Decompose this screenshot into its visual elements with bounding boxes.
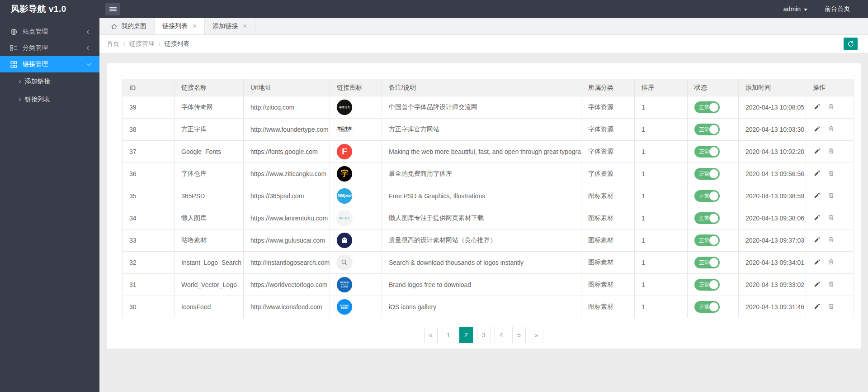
cell-url: https://www.lanrentuku.com [244, 207, 330, 229]
toggle-knob [709, 191, 718, 201]
next-page-button[interactable]: » [530, 327, 543, 343]
cell-actions [806, 163, 854, 185]
edit-button[interactable] [813, 147, 821, 157]
status-toggle[interactable]: 正常 [694, 234, 720, 246]
edit-button[interactable] [813, 235, 821, 245]
cell-url: http://ziticq.com [244, 96, 330, 119]
delete-button[interactable] [827, 102, 835, 112]
cell-category: 字体资源 [581, 96, 635, 119]
trash-icon [828, 103, 835, 110]
cell-actions [806, 229, 854, 252]
column-header: ID [123, 79, 175, 96]
cell-added-time: 2020-04-13 09:37:03 [739, 229, 806, 252]
toggle-knob [709, 280, 718, 289]
user-menu[interactable]: admin [783, 5, 807, 13]
tab-my-desktop[interactable]: 我的桌面 [103, 18, 155, 34]
sidebar-subitem-add-link[interactable]: 添加链接 [0, 72, 99, 91]
cell-id: 37 [123, 141, 175, 163]
cell-url: http://www.foundertype.com [244, 119, 330, 141]
topbar: 风影导航 v1.0 admin 前台首页 [0, 0, 868, 18]
favicon-text: 懒人图库 [339, 217, 350, 220]
status-toggle[interactable]: 正常 [694, 190, 720, 202]
edit-button[interactable] [813, 280, 821, 290]
delete-button[interactable] [827, 124, 835, 134]
cell-sort: 1 [635, 229, 688, 252]
delete-button[interactable] [827, 147, 835, 157]
page-button-3[interactable]: 3 [477, 327, 491, 343]
menu-toggle-button[interactable] [105, 3, 120, 15]
prev-page-button[interactable]: « [424, 327, 438, 343]
delete-button[interactable] [827, 302, 835, 312]
breadcrumb-separator: / [123, 41, 125, 48]
cell-status: 正常 [688, 163, 739, 185]
delete-button[interactable] [827, 213, 835, 223]
toggle-knob [709, 214, 718, 223]
cell-sort: 1 [635, 185, 688, 207]
status-label: 正常 [699, 192, 710, 200]
delete-button[interactable] [827, 191, 835, 201]
delete-button[interactable] [827, 280, 835, 290]
sidebar-item-label: 分类管理 [23, 44, 48, 52]
edit-icon [814, 281, 821, 287]
edit-button[interactable] [813, 169, 821, 179]
close-icon[interactable]: × [193, 23, 197, 30]
page-button-2[interactable]: 2 [459, 327, 473, 343]
edit-button[interactable] [813, 213, 821, 223]
sidebar-subitem-link-list[interactable]: 链接列表 [0, 91, 99, 109]
status-toggle[interactable]: 正常 [694, 301, 720, 313]
edit-button[interactable] [813, 191, 821, 201]
status-toggle[interactable]: 正常 [694, 212, 720, 224]
cell-id: 35 [123, 185, 175, 207]
page-button-1[interactable]: 1 [442, 327, 455, 343]
close-icon[interactable]: × [243, 23, 247, 30]
status-toggle[interactable]: 正常 [694, 257, 720, 268]
edit-button[interactable] [813, 124, 821, 134]
breadcrumb-home[interactable]: 首页 [107, 40, 119, 48]
status-toggle[interactable]: 正常 [694, 146, 720, 158]
favicon-text: FOUNDERTYPE [340, 131, 350, 132]
breadcrumb-link-management[interactable]: 链接管理 [129, 40, 155, 48]
column-header: 所属分类 [581, 79, 635, 96]
breadcrumb-separator: / [159, 41, 160, 48]
cell-added-time: 2020-04-13 09:56:56 [739, 163, 806, 185]
column-header: 排序 [635, 79, 688, 96]
home-icon [111, 23, 118, 30]
tab-link-list[interactable]: 链接列表 × [155, 18, 205, 34]
tab-add-link[interactable]: 添加链接 × [205, 18, 255, 34]
cell-actions [806, 274, 854, 296]
toggle-knob [709, 147, 718, 156]
status-toggle[interactable]: 正常 [694, 279, 720, 291]
refresh-button[interactable] [844, 38, 858, 50]
edit-button[interactable] [813, 258, 821, 268]
cell-remark: Search & download thousands of logos ins… [382, 252, 581, 274]
favicon-text: LOGO [341, 286, 348, 288]
table-row: 31World_Vector_Logohttps://worldvectorlo… [123, 274, 854, 296]
status-toggle[interactable]: 正常 [694, 168, 720, 180]
favicon-text: FEED [341, 307, 348, 310]
cell-id: 36 [123, 163, 175, 185]
edit-button[interactable] [813, 102, 821, 112]
delete-button[interactable] [827, 169, 835, 179]
caret-down-icon [804, 9, 807, 11]
sidebar-item-link-management[interactable]: 链接管理 [0, 56, 99, 72]
sidebar-subitem-label: 链接列表 [25, 96, 50, 104]
link-favicon [337, 233, 352, 248]
delete-button[interactable] [827, 235, 835, 245]
app-logo[interactable]: 风影导航 v1.0 [0, 3, 99, 15]
status-toggle[interactable]: 正常 [694, 124, 720, 135]
cell-link-name: 咕噜素材 [175, 229, 244, 252]
cell-status: 正常 [688, 296, 739, 318]
edit-button[interactable] [813, 302, 821, 312]
delete-button[interactable] [827, 258, 835, 268]
favicon-text: 字 [341, 170, 349, 178]
page-button-5[interactable]: 5 [512, 327, 526, 343]
link-grid-icon [10, 61, 18, 68]
page-button-4[interactable]: 4 [495, 327, 508, 343]
frontend-home-link[interactable]: 前台首页 [825, 5, 850, 13]
column-header: 链接名称 [175, 79, 244, 96]
sidebar-item-category-management[interactable]: 分类管理 [0, 40, 99, 56]
sidebar-item-site-management[interactable]: 站点管理 [0, 24, 99, 40]
column-header: Url地址 [244, 79, 330, 96]
tab-label: 添加链接 [212, 22, 238, 30]
status-toggle[interactable]: 正常 [694, 101, 720, 113]
